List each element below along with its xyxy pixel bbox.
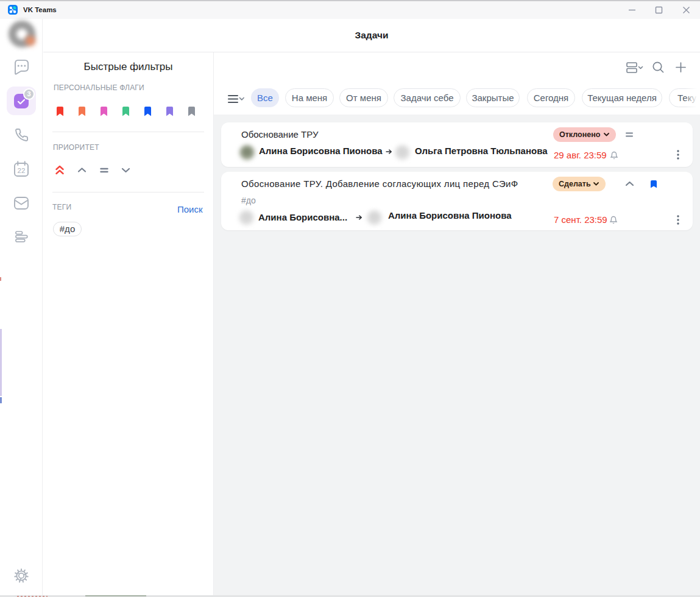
- svg-text:22: 22: [18, 167, 26, 174]
